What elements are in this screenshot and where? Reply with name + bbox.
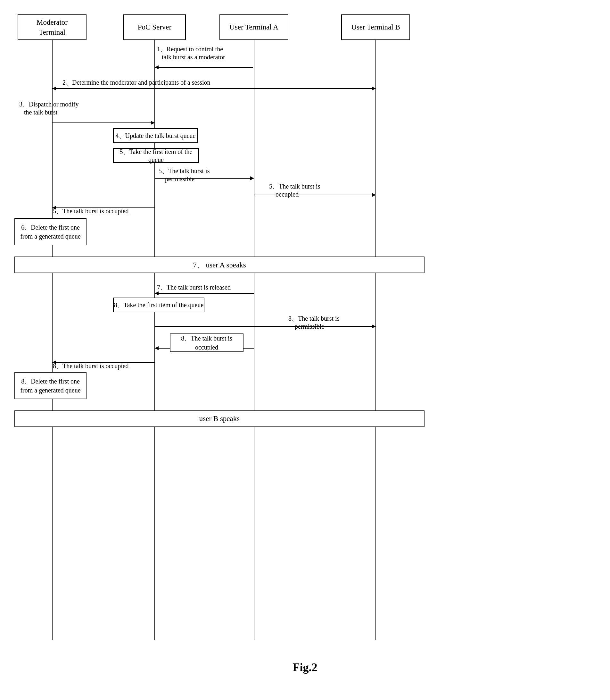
lifeline-moderator bbox=[52, 40, 52, 640]
svg-marker-3 bbox=[52, 87, 56, 90]
svg-marker-17 bbox=[372, 325, 376, 328]
svg-marker-1 bbox=[155, 65, 159, 69]
svg-marker-9 bbox=[250, 176, 254, 180]
entity-poc: PoC Server bbox=[123, 14, 186, 40]
label-step2: 2、Determine the moderator and participan… bbox=[63, 78, 210, 87]
box-step7: 7、 user A speaks bbox=[14, 256, 424, 273]
entity-userA: User Terminal A bbox=[220, 14, 288, 40]
lifeline-userA bbox=[254, 40, 254, 640]
box-step8c: 8、The talk burst isoccupied bbox=[170, 333, 243, 352]
svg-marker-15 bbox=[155, 292, 159, 295]
svg-marker-11 bbox=[372, 193, 376, 197]
svg-marker-7 bbox=[151, 121, 155, 125]
box-step8e: 8、Delete the first onefrom a generated q… bbox=[14, 372, 86, 399]
box-step4: 4、Update the talk burst queue bbox=[113, 128, 198, 143]
svg-marker-5 bbox=[372, 87, 376, 90]
lifeline-userB bbox=[375, 40, 376, 640]
label-step8d: 8、The talk burst is occupied bbox=[53, 362, 129, 370]
svg-marker-19 bbox=[155, 346, 159, 350]
entity-userB: User Terminal B bbox=[341, 14, 410, 40]
label-step3: 3、Dispatch or modify the talk burst bbox=[19, 100, 79, 116]
label-step1: 1、Request to control the talk burst as a… bbox=[157, 45, 225, 61]
arrow-step8b bbox=[155, 324, 376, 329]
label-step5d: 5、The talk burst is occupied bbox=[53, 207, 129, 216]
label-step5b: 5、The talk burst is permissible bbox=[159, 167, 210, 183]
entity-moderator: ModeratorTerminal bbox=[18, 14, 86, 40]
label-step7b: 7、The talk burst is released bbox=[157, 283, 231, 292]
box-step5a: 5、Take the first item of the queue bbox=[113, 148, 199, 163]
label-step5c: 5、The talk burst is occupied bbox=[269, 182, 320, 198]
box-step8a: 8、Take the first item of the queue bbox=[113, 298, 204, 312]
box-step6: 6、Delete the first onefrom a generated q… bbox=[14, 218, 86, 245]
box-userB-speaks: user B speaks bbox=[14, 410, 424, 427]
fig-caption: Fig.2 bbox=[0, 660, 610, 674]
label-step8b: 8、The talk burst is permissible bbox=[288, 314, 339, 330]
arrow-step3 bbox=[52, 120, 155, 125]
